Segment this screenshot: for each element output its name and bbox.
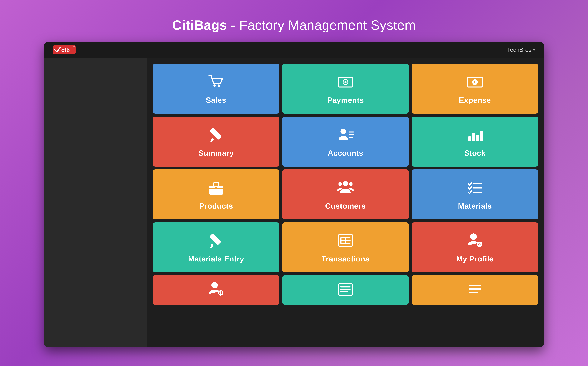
payment-icon: 1 xyxy=(337,73,354,93)
stock-icon xyxy=(466,126,484,146)
svg-point-26 xyxy=(343,181,348,186)
svg-rect-57 xyxy=(218,292,220,293)
tile-products[interactable]: Products xyxy=(153,169,279,220)
dropdown-arrow-icon: ▾ xyxy=(533,47,535,52)
logo-area: ctb ® xyxy=(53,45,76,55)
svg-rect-19 xyxy=(468,137,471,141)
svg-point-52 xyxy=(211,282,218,288)
svg-point-3 xyxy=(213,84,216,87)
profile-gear-icon xyxy=(466,232,484,252)
svg-text:1: 1 xyxy=(474,81,475,84)
pencil-summary-icon xyxy=(207,126,225,146)
tile-materials-label: Materials xyxy=(458,202,492,210)
svg-rect-45 xyxy=(479,245,480,247)
tile-transactions[interactable]: Transactions xyxy=(282,222,409,272)
tile-accounts[interactable]: Accounts xyxy=(282,117,409,167)
svg-text:ctb: ctb xyxy=(61,47,70,53)
svg-rect-21 xyxy=(476,135,479,141)
svg-point-54 xyxy=(220,292,222,294)
tile-my-profile-label: My Profile xyxy=(456,254,494,263)
svg-rect-32 xyxy=(209,233,221,245)
tile-transactions-label: Transactions xyxy=(322,254,370,263)
title-brand: CitiBags xyxy=(172,18,227,32)
svg-rect-22 xyxy=(480,131,483,141)
tile-stock-label: Stock xyxy=(464,149,486,157)
sidebar xyxy=(44,58,147,347)
svg-rect-46 xyxy=(477,244,479,245)
expense-icon: 1 xyxy=(466,73,484,93)
svg-text:®: ® xyxy=(73,45,75,48)
tile-extra2[interactable] xyxy=(282,275,409,305)
logo-icon: ctb ® xyxy=(53,45,76,55)
tile-sales[interactable]: Sales xyxy=(153,64,279,114)
app-window: ctb ® TechBros ▾ xyxy=(44,42,544,347)
profile-gear2-icon xyxy=(207,280,225,300)
svg-point-15 xyxy=(340,129,346,134)
main-content: Sales 1 Payments xyxy=(147,58,544,347)
toolbox-icon xyxy=(207,179,225,198)
tile-extra3[interactable] xyxy=(412,275,538,305)
tile-customers[interactable]: Customers xyxy=(282,169,409,220)
tile-my-profile[interactable]: My Profile xyxy=(412,222,538,272)
tile-sales-label: Sales xyxy=(206,96,226,105)
list-icon xyxy=(337,280,354,300)
tile-expense-label: Expense xyxy=(459,96,491,105)
accounts-icon xyxy=(337,126,354,146)
tile-summary-label: Summary xyxy=(198,149,234,157)
svg-point-43 xyxy=(479,244,480,245)
title-bar: ctb ® TechBros ▾ xyxy=(44,42,544,58)
username-label: TechBros xyxy=(507,46,532,53)
tile-summary[interactable]: Summary xyxy=(153,117,279,167)
cart-icon xyxy=(207,73,225,93)
tile-accounts-label: Accounts xyxy=(328,149,363,157)
user-menu[interactable]: TechBros ▾ xyxy=(507,46,535,53)
tile-products-label: Products xyxy=(199,202,233,210)
svg-rect-20 xyxy=(472,133,475,141)
svg-rect-58 xyxy=(222,292,223,293)
tile-expense[interactable]: 1 Expense xyxy=(412,64,538,114)
tile-materials[interactable]: Materials xyxy=(412,169,538,220)
svg-rect-44 xyxy=(479,242,480,243)
svg-rect-55 xyxy=(220,290,221,292)
svg-rect-12 xyxy=(209,128,222,140)
app-body: Sales 1 Payments xyxy=(44,58,544,347)
svg-rect-47 xyxy=(480,244,482,245)
transactions-icon xyxy=(337,232,354,252)
svg-point-41 xyxy=(470,233,477,240)
tile-payments-label: Payments xyxy=(327,96,364,105)
title-rest: - Factory Management System xyxy=(227,18,416,32)
tile-stock[interactable]: Stock xyxy=(412,117,538,167)
tile-extra1[interactable] xyxy=(153,275,279,305)
page-title: CitiBags - Factory Management System xyxy=(172,18,416,33)
svg-point-4 xyxy=(218,84,220,87)
tile-materials-entry-label: Materials Entry xyxy=(188,254,244,263)
tile-grid: Sales 1 Payments xyxy=(151,62,540,306)
svg-rect-56 xyxy=(220,294,221,296)
list2-icon xyxy=(466,280,484,300)
svg-text:1: 1 xyxy=(344,81,346,83)
customers-icon xyxy=(337,179,354,198)
svg-rect-25 xyxy=(215,187,217,189)
svg-point-27 xyxy=(338,182,342,186)
svg-point-28 xyxy=(349,182,353,186)
tile-payments[interactable]: 1 Payments xyxy=(282,64,409,114)
tile-materials-entry[interactable]: Materials Entry xyxy=(153,222,279,272)
pencil-entry-icon xyxy=(207,232,225,252)
checklist-icon xyxy=(466,179,484,198)
tile-customers-label: Customers xyxy=(325,202,366,210)
